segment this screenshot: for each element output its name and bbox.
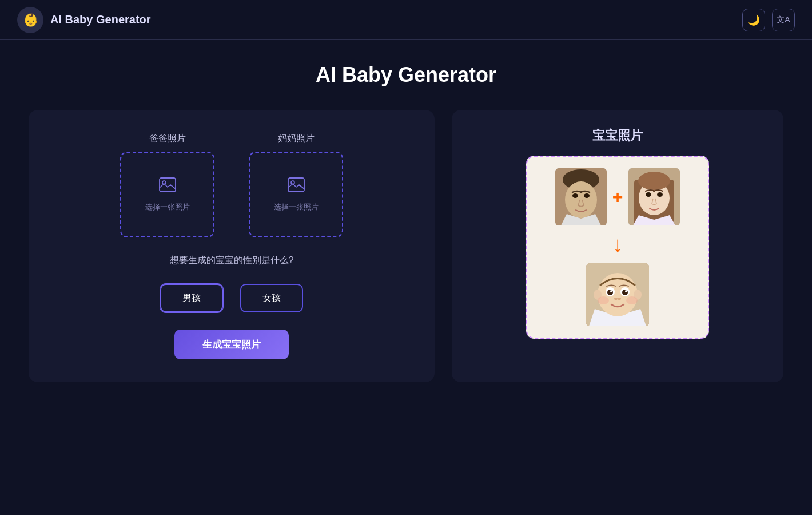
svg-point-30 [598,296,609,304]
page-title: AI Baby Generator [29,63,783,87]
app-logo: 👶 [17,7,43,33]
svg-point-13 [638,172,670,190]
navbar-title: AI Baby Generator [50,13,151,26]
result-label: 宝宝照片 [592,127,643,144]
svg-point-24 [607,290,613,295]
svg-point-15 [657,192,663,197]
dad-face-svg [555,168,607,225]
boy-gender-button[interactable]: 男孩 [160,284,223,312]
right-card: 宝宝照片 [452,110,783,382]
gender-buttons: 男孩 女孩 [160,284,303,312]
theme-toggle-button[interactable]: 🌙 [742,9,765,31]
baby-preview-box: + [526,156,709,339]
mom-upload-hint: 选择一张照片 [274,202,319,212]
navbar: 👶 AI Baby Generator 🌙 文A [0,0,812,40]
svg-rect-0 [160,178,176,192]
dad-photo-section: 爸爸照片 选择一张照片 [120,133,214,237]
mom-photo-dropzone[interactable]: 选择一张照片 [249,152,343,237]
plus-icon: + [612,187,623,208]
dad-preview [555,168,607,225]
svg-point-14 [646,192,651,197]
dad-upload-hint: 选择一张照片 [145,202,190,212]
dad-label: 爸爸照片 [149,133,186,145]
logo-emoji: 👶 [23,13,38,27]
dad-photo-dropzone[interactable]: 选择一张照片 [120,152,214,237]
moon-icon: 🌙 [747,14,760,26]
mom-preview [628,168,680,225]
svg-point-8 [572,193,578,198]
mom-face-svg [628,168,680,225]
svg-point-9 [584,193,590,198]
main-content: AI Baby Generator 爸爸照片 [0,40,812,405]
lang-icon: 文A [777,15,790,25]
cards-row: 爸爸照片 选择一张照片 妈妈照片 [29,110,783,382]
svg-point-26 [610,290,612,292]
svg-point-29 [618,298,621,300]
svg-point-27 [625,290,627,292]
gender-question: 想要生成的宝宝的性别是什么? [170,255,294,267]
svg-point-25 [622,290,628,295]
baby-preview [586,263,649,326]
image-icon-2 [288,177,305,196]
image-icon [159,177,176,196]
svg-point-7 [565,181,597,218]
baby-face-svg [586,263,649,326]
generate-button[interactable]: 生成宝宝照片 [174,330,289,359]
navbar-brand: 👶 AI Baby Generator [17,7,151,33]
photo-upload-row: 爸爸照片 选择一张照片 妈妈照片 [57,133,406,237]
mom-label: 妈妈照片 [278,133,315,145]
left-card: 爸爸照片 选择一张照片 妈妈照片 [29,110,435,382]
girl-gender-button[interactable]: 女孩 [240,284,303,312]
parents-row: + [555,168,680,225]
svg-rect-2 [288,178,304,192]
arrow-down-icon: ↓ [612,233,623,255]
svg-point-19 [598,273,638,316]
navbar-actions: 🌙 文A [742,9,795,31]
mom-photo-section: 妈妈照片 选择一张照片 [249,133,343,237]
language-toggle-button[interactable]: 文A [772,9,795,31]
svg-point-28 [614,298,618,300]
svg-point-31 [626,296,638,304]
